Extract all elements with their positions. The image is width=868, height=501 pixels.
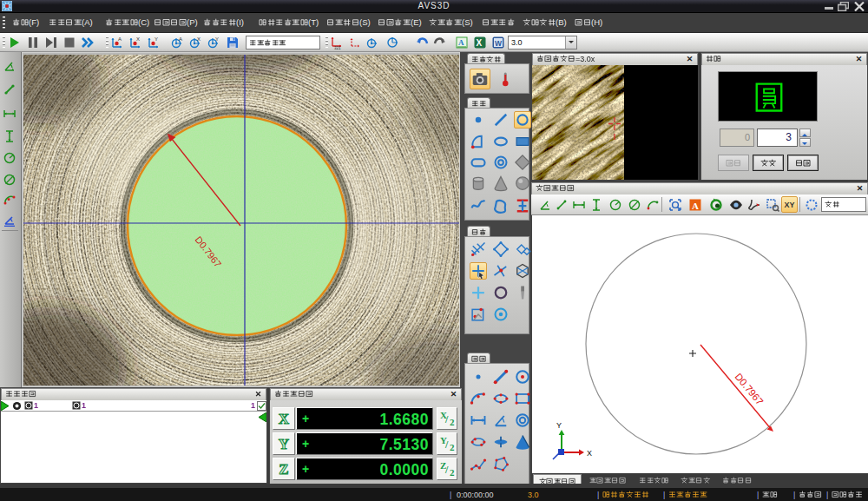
svg-text:Y: Y [155,36,158,42]
svg-text:Y: Y [215,36,219,42]
svg-text:X: X [136,36,140,42]
svg-text:X: X [587,449,592,458]
svg-text:Y: Y [556,421,562,430]
svg-text:A: A [118,36,122,42]
svg-text:A: A [692,201,699,211]
svg-text:X: X [197,36,201,42]
svg-text:W: W [495,39,503,48]
svg-text:A: A [458,38,464,47]
svg-text:A: A [179,36,182,42]
svg-text:X: X [477,38,483,48]
svg-text:321: 321 [334,46,341,49]
